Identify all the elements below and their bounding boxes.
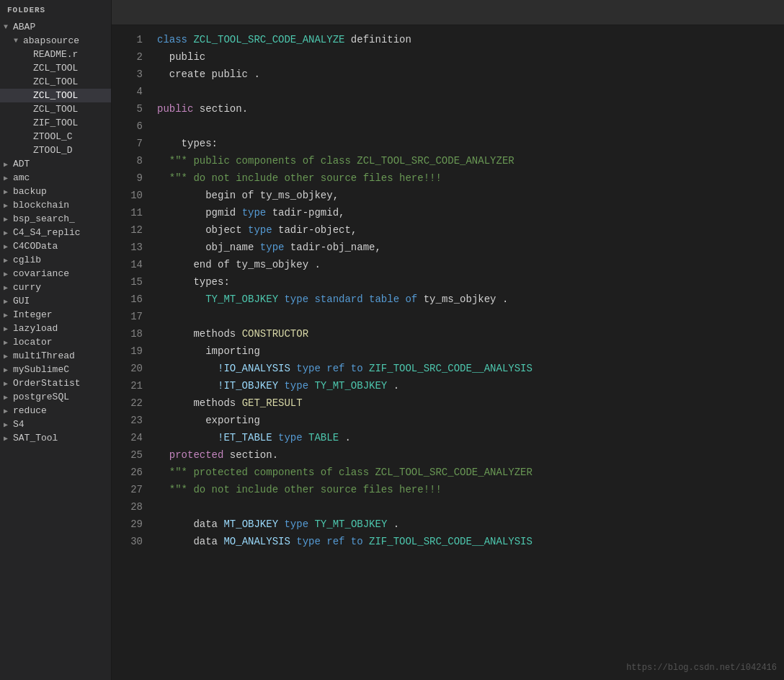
- sidebar-label-cglib: cglib: [12, 255, 41, 265]
- covariance-arrow-icon: [0, 270, 12, 278]
- line-num-6: 6: [112, 118, 143, 135]
- sidebar-item-cglib[interactable]: cglib: [0, 253, 111, 267]
- bsp_search-arrow-icon: [0, 215, 12, 224]
- sidebar-item-bsp_search[interactable]: bsp_search_: [0, 212, 111, 226]
- code-line-7: types:: [157, 135, 784, 152]
- token: type standard table of: [284, 293, 423, 305]
- sidebar-label-zcl1: ZCL_TOOL: [32, 63, 78, 74]
- sidebar: FOLDERS ABAPabapsourceREADME.rZCL_TOOLZC…: [0, 0, 112, 680]
- token: type ref to: [290, 536, 369, 547]
- sidebar-header: FOLDERS: [0, 0, 111, 20]
- sidebar-label-zcl2: ZCL_TOOL: [32, 76, 78, 87]
- sidebar-item-zif[interactable]: ZIF_TOOL: [0, 116, 111, 130]
- token: pgmid: [157, 207, 242, 218]
- token: TY_MT_OBJKEY: [314, 518, 387, 530]
- sat_tool-arrow-icon: [0, 434, 12, 443]
- sidebar-item-abapsource[interactable]: abapsource: [0, 34, 111, 48]
- sidebar-item-s4[interactable]: S4: [0, 418, 111, 431]
- sidebar-item-ztool_c[interactable]: ZTOOL_C: [0, 130, 111, 143]
- token: .: [496, 293, 509, 305]
- token: methods: [157, 328, 242, 340]
- sidebar-label-blockchain: blockchain: [12, 200, 69, 211]
- token: *"* public components of class ZCL_TOOL_…: [157, 155, 514, 167]
- token: type: [242, 207, 272, 218]
- token: [157, 380, 218, 392]
- watermark: https://blog.csdn.net/i042416: [626, 663, 777, 673]
- sidebar-item-lazyload[interactable]: lazyload: [0, 322, 111, 335]
- token: class: [157, 34, 193, 45]
- mysublime-arrow-icon: [0, 366, 12, 374]
- sidebar-item-mysublime[interactable]: mySublimeC: [0, 363, 111, 376]
- code-line-23: exporting: [157, 412, 784, 429]
- sidebar-item-curry[interactable]: curry: [0, 281, 111, 294]
- code-line-4: [157, 83, 784, 100]
- sidebar-item-amc[interactable]: amc: [0, 171, 111, 185]
- code-line-5: public section.: [157, 100, 784, 118]
- sidebar-label-sat_tool: SAT_Tool: [12, 433, 58, 443]
- code-line-25: protected section.: [157, 446, 784, 464]
- token: .: [339, 432, 351, 443]
- token: tadir-pgmid: [272, 207, 339, 218]
- sidebar-item-readme[interactable]: README.r: [0, 48, 111, 61]
- code-content[interactable]: class ZCL_TOOL_SRC_CODE_ANALYZE definiti…: [151, 25, 784, 680]
- s4-arrow-icon: [0, 420, 12, 429]
- token: [157, 363, 218, 374]
- line-num-1: 1: [112, 31, 143, 48]
- sidebar-item-zcl2[interactable]: ZCL_TOOL: [0, 75, 111, 89]
- sidebar-item-c4_s4[interactable]: C4_S4_replic: [0, 226, 111, 239]
- token: type: [272, 432, 308, 443]
- line-numbers: 1234567891011121314151617181920212223242…: [112, 25, 151, 680]
- sidebar-item-orderstat[interactable]: OrderStatist: [0, 376, 111, 390]
- sidebar-item-blockchain[interactable]: blockchain: [0, 198, 111, 212]
- token: !IT_OBJKEY: [218, 380, 278, 392]
- token: public: [157, 103, 193, 115]
- token: importing: [157, 345, 260, 357]
- line-num-25: 25: [112, 446, 143, 464]
- sidebar-item-gui[interactable]: GUI: [0, 294, 111, 308]
- line-num-8: 8: [112, 152, 143, 169]
- line-num-3: 3: [112, 66, 143, 83]
- token: begin of: [157, 190, 260, 201]
- curry-arrow-icon: [0, 283, 12, 292]
- sidebar-item-c4codata[interactable]: C4COData: [0, 239, 111, 253]
- sidebar-item-ztool_d[interactable]: ZTOOL_D: [0, 143, 111, 157]
- line-num-10: 10: [112, 187, 143, 204]
- sidebar-item-covariance[interactable]: covariance: [0, 267, 111, 281]
- sidebar-item-reduce[interactable]: reduce: [0, 404, 111, 418]
- sidebar-item-zcl3[interactable]: ZCL_TOOL: [0, 89, 111, 102]
- sidebar-label-c4codata: C4COData: [12, 241, 58, 252]
- abapsource-arrow-icon: [10, 37, 22, 45]
- sidebar-item-abap[interactable]: ABAP: [0, 20, 111, 34]
- token: end of: [157, 259, 236, 270]
- code-line-28: [157, 498, 784, 516]
- sidebar-label-mysublime: mySublimeC: [12, 364, 69, 375]
- sidebar-item-adt[interactable]: ADT: [0, 157, 111, 171]
- amc-arrow-icon: [0, 174, 12, 182]
- sidebar-item-sat_tool[interactable]: SAT_Tool: [0, 431, 111, 445]
- sidebar-item-locator[interactable]: locator: [0, 335, 111, 349]
- sidebar-label-ztool_d: ZTOOL_D: [32, 145, 73, 156]
- token: ,: [333, 190, 339, 201]
- token: type: [278, 380, 314, 392]
- sidebar-item-zcl1[interactable]: ZCL_TOOL: [0, 61, 111, 75]
- folder-tree[interactable]: ABAPabapsourceREADME.rZCL_TOOLZCL_TOOLZC…: [0, 20, 111, 680]
- sidebar-item-zcl4[interactable]: ZCL_TOOL: [0, 102, 111, 116]
- token: exporting: [157, 415, 260, 426]
- code-line-29: data MT_OBJKEY type TY_MT_OBJKEY .: [157, 516, 784, 533]
- sidebar-item-multithread[interactable]: multiThread: [0, 349, 111, 363]
- token: definition: [344, 34, 411, 45]
- line-num-27: 27: [112, 481, 143, 498]
- line-num-20: 20: [112, 360, 143, 377]
- sidebar-item-integer[interactable]: Integer: [0, 308, 111, 322]
- token: methods: [157, 397, 242, 409]
- code-line-1: class ZCL_TOOL_SRC_CODE_ANALYZE definiti…: [157, 31, 784, 48]
- token: .: [387, 518, 399, 530]
- token: type ref to: [290, 363, 369, 374]
- code-line-21: !IT_OBJKEY type TY_MT_OBJKEY .: [157, 377, 784, 394]
- token: .: [387, 380, 399, 392]
- line-num-26: 26: [112, 464, 143, 481]
- sidebar-item-backup[interactable]: backup: [0, 185, 111, 198]
- sidebar-label-curry: curry: [12, 282, 41, 293]
- sidebar-label-s4: S4: [12, 419, 24, 430]
- sidebar-item-postgresql[interactable]: postgreSQL: [0, 390, 111, 404]
